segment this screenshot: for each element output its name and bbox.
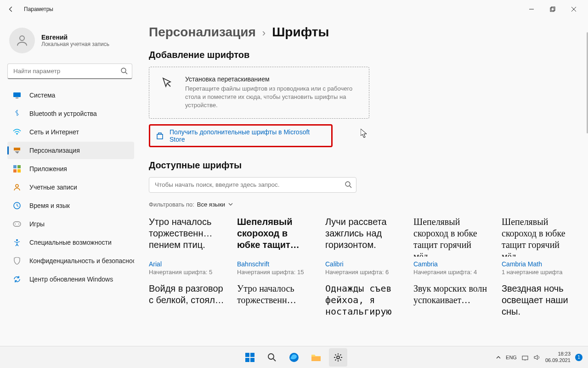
svg-rect-15	[17, 169, 21, 172]
nav-item-apps[interactable]: Приложения	[7, 160, 134, 178]
tray-network-icon[interactable]	[521, 354, 529, 361]
accessibility-icon	[13, 238, 21, 247]
svg-point-22	[345, 182, 350, 186]
taskbar-edge[interactable]	[285, 348, 303, 367]
search-icon	[120, 67, 128, 75]
taskbar-tray: ENG 18:23 06.09.2021 1	[496, 351, 588, 363]
svg-rect-12	[13, 165, 17, 168]
font-dropzone[interactable]: Установка перетаскиванием Перетащите фай…	[149, 67, 369, 119]
svg-rect-33	[522, 356, 528, 360]
nav-item-bluetooth[interactable]: Bluetooth и устройства	[7, 105, 134, 122]
nav-item-gaming[interactable]: Игры	[7, 215, 134, 233]
drag-drop-icon	[159, 75, 175, 110]
font-card[interactable]: Утро началось торжественн… пением птиц.A…	[149, 216, 224, 276]
font-card[interactable]: Звук морских волн успокаивает…	[413, 283, 489, 323]
font-card[interactable]: Войдя в разговор с белкой, стоял…	[149, 283, 224, 323]
folder-icon	[311, 353, 322, 362]
svg-rect-11	[14, 148, 20, 150]
search-input[interactable]	[7, 63, 132, 79]
svg-line-23	[350, 186, 351, 188]
font-name: Arial	[149, 260, 224, 268]
svg-point-32	[337, 356, 339, 359]
maximize-button[interactable]	[542, 2, 563, 17]
taskbar-explorer[interactable]	[307, 348, 325, 367]
bluetooth-icon	[13, 109, 21, 118]
font-filter[interactable]: Фильтровать по: Все языки	[149, 201, 581, 208]
nav-item-privacy[interactable]: Конфиденциальность и безопасность	[7, 252, 134, 270]
tray-language[interactable]: ENG	[506, 355, 517, 360]
window-title: Параметры	[24, 6, 53, 12]
filter-label: Фильтровать по:	[149, 201, 194, 208]
close-button[interactable]	[563, 2, 584, 17]
nav-label: Приложения	[29, 165, 67, 172]
nav-item-accounts[interactable]: Учетные записи	[7, 178, 134, 196]
svg-rect-1	[550, 8, 554, 12]
taskbar-search[interactable]	[263, 348, 281, 367]
svg-point-21	[16, 239, 18, 241]
maximize-icon	[550, 6, 555, 12]
font-card[interactable]: Шепелявый скороход в юбке тащит…Bahnschr…	[237, 216, 312, 276]
svg-point-20	[18, 224, 19, 224]
font-card[interactable]: Утро началось торжественн…	[237, 283, 312, 323]
windows-icon	[244, 352, 255, 363]
dropzone-subtitle: Перетащите файлы шрифтов из проводника и…	[185, 85, 359, 110]
nav-item-system[interactable]: Система	[7, 86, 134, 104]
font-card[interactable]: Лучи рассвета зажглись над горизонтом.Ca…	[325, 216, 401, 276]
dropzone-title: Установка перетаскиванием	[185, 75, 359, 83]
nav-item-accessibility[interactable]: Специальные возможности	[7, 234, 134, 251]
back-button[interactable]	[4, 2, 18, 17]
nav-item-update[interactable]: Центр обновления Windows	[7, 270, 134, 288]
nav-item-personalization[interactable]: Персонализация	[7, 142, 134, 159]
font-card[interactable]: Шепелявый скороход в юбке тащит горячий …	[502, 216, 577, 276]
paint-icon	[13, 146, 21, 155]
tray-chevron[interactable]	[496, 355, 501, 360]
minimize-button[interactable]	[521, 2, 542, 17]
notification-badge[interactable]: 1	[575, 354, 582, 361]
nav-label: Система	[29, 92, 55, 99]
main-content: Персонализация › Шрифты Добавление шрифт…	[138, 18, 588, 346]
svg-rect-24	[245, 353, 249, 357]
nav-item-time[interactable]: Время и язык	[7, 197, 134, 214]
tray-volume-icon[interactable]	[533, 354, 541, 361]
user-block[interactable]: Евгений Локальная учетная запись	[7, 24, 134, 62]
get-fonts-store-link[interactable]: Получить дополнительные шрифты в Microso…	[149, 124, 333, 147]
taskbar-center	[241, 348, 347, 367]
gear-icon	[333, 352, 343, 362]
font-faces: Начертания шрифта: 6	[325, 269, 401, 276]
monitor-icon	[13, 91, 21, 99]
chevron-down-icon	[228, 201, 233, 207]
close-icon	[571, 7, 576, 12]
arrow-left-icon	[8, 6, 14, 12]
update-icon	[13, 275, 21, 283]
nav-item-network[interactable]: Сеть и Интернет	[7, 123, 134, 141]
font-sample: Лучи рассвета зажглись над горизонтом.	[325, 216, 401, 257]
shield-icon	[13, 257, 21, 265]
font-card[interactable]: Однажды съев фейхоа, я ностальгирую	[325, 283, 401, 323]
filter-value: Все языки	[197, 201, 225, 208]
font-card[interactable]: Шепелявый скороход в юбке тащит горячий …	[413, 216, 489, 276]
font-search-input[interactable]	[149, 177, 356, 193]
font-card[interactable]: Звездная ночь освещает наши сны.	[502, 283, 577, 323]
breadcrumb-current: Шрифты	[272, 25, 329, 40]
svg-point-16	[16, 184, 18, 187]
taskbar-settings[interactable]	[329, 348, 347, 367]
edge-icon	[288, 352, 300, 363]
font-name: Cambria Math	[502, 260, 577, 268]
start-button[interactable]	[241, 348, 259, 367]
search-box[interactable]	[7, 63, 132, 79]
breadcrumb-parent[interactable]: Персонализация	[149, 25, 256, 40]
svg-point-28	[268, 354, 274, 359]
nav-label: Центр обновления Windows	[29, 276, 113, 283]
gamepad-icon	[13, 220, 21, 228]
svg-rect-18	[13, 222, 21, 226]
breadcrumb-separator: ›	[262, 27, 266, 39]
font-sample: Шепелявый скороход в юбке тащит горячий …	[502, 216, 577, 257]
svg-line-29	[273, 359, 276, 361]
font-search-box[interactable]	[149, 177, 356, 193]
svg-rect-9	[16, 98, 18, 98]
tray-clock[interactable]: 18:23 06.09.2021	[545, 351, 571, 363]
search-icon	[345, 181, 352, 188]
nav-label: Персонализация	[29, 147, 80, 154]
nav-label: Bluetooth и устройства	[29, 110, 97, 117]
font-sample: Звездная ночь освещает наши сны.	[502, 283, 577, 323]
